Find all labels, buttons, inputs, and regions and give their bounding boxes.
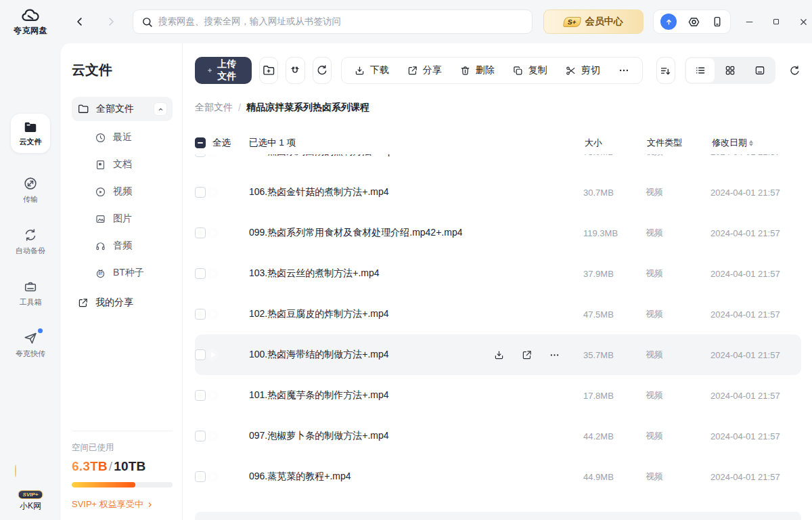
breadcrumb-current: 精品凉拌菜系列热卤系列课程: [246, 102, 369, 114]
maximize-icon[interactable]: [767, 13, 785, 30]
column-date[interactable]: 修改日期: [712, 137, 801, 149]
file-name[interactable]: 099.热卤系列常用食材及食材处理介绍.mp42+.mp4: [249, 227, 462, 239]
view-toggle-group: [685, 57, 775, 84]
row-checkbox[interactable]: [195, 187, 206, 198]
sidebar-item-label: 音频: [113, 240, 132, 252]
file-type: 视频: [646, 154, 710, 158]
sync-button[interactable]: [313, 57, 332, 84]
sidebar-item-all-files[interactable]: 全部文件: [72, 97, 173, 121]
file-date: 2024-04-01 21:57: [710, 309, 800, 320]
file-name[interactable]: 102.热卤豆腐皮的炸制方法+.mp4: [249, 308, 389, 320]
more-actions-icon[interactable]: [618, 64, 630, 77]
file-row[interactable]: 097.泡椒萝卜条的制做方法+.mp4 44.2MB 视频 2024-04-01…: [195, 416, 801, 456]
file-row[interactable]: 099.热卤系列常用食材及食材处理介绍.mp42+.mp4 119.3MB 视频…: [195, 213, 801, 253]
preview-view-button[interactable]: [746, 58, 774, 83]
list-view-button[interactable]: [686, 58, 715, 83]
sidebar-item-audio[interactable]: 音频: [72, 232, 173, 259]
sidebar-item-images[interactable]: 图片: [72, 205, 173, 232]
vip-center-button[interactable]: S+ 会员中心: [543, 9, 644, 34]
file-name[interactable]: 105.热卤系列菌汤的熬制方法+.mp4: [249, 154, 399, 158]
user-profile[interactable]: SVIP+ 小K网: [15, 465, 46, 512]
delete-button[interactable]: 删除: [459, 64, 495, 77]
refresh-list-button[interactable]: [788, 60, 801, 81]
select-all-checkbox[interactable]: [195, 137, 206, 148]
row-share-icon[interactable]: [521, 349, 533, 361]
minimize-icon[interactable]: [740, 13, 758, 30]
row-checkbox[interactable]: [195, 228, 206, 238]
rail-item-transfer[interactable]: 传输: [23, 176, 38, 204]
row-checkbox[interactable]: [195, 471, 206, 482]
row-download-icon[interactable]: [493, 349, 505, 361]
file-size: 119.3MB: [583, 228, 646, 238]
column-size[interactable]: 大小: [585, 137, 647, 149]
app-logo: 夸克网盘: [0, 7, 61, 37]
svip-benefits-link[interactable]: SVIP+ 权益享受中: [72, 498, 173, 511]
sidebar-item-videos[interactable]: 视频: [72, 178, 173, 205]
sidebar-title: 云文件: [72, 61, 173, 79]
file-list: 105.热卤系列菌汤的熬制方法+.mp4 75.0MB 视频 2024-04-0…: [195, 154, 801, 506]
main-panel: 上传文件 下载 分享: [183, 43, 812, 520]
rail-item-toolbox[interactable]: 工具箱: [20, 279, 42, 307]
file-name[interactable]: 103.热卤云丝的煮制方法+.mp4: [249, 267, 380, 280]
row-more-icon[interactable]: [549, 349, 560, 361]
download-button[interactable]: 下载: [354, 64, 389, 77]
search-placeholder: 搜索网盘、搜索全网，输入网址或从书签访问: [158, 16, 341, 28]
sync-icon: [23, 228, 38, 242]
file-row[interactable]: 102.热卤豆腐皮的炸制方法+.mp4 47.5MB 视频 2024-04-01…: [195, 294, 801, 334]
sidebar-item-my-shares[interactable]: 我的分享: [72, 290, 173, 315]
upload-progress-icon[interactable]: [660, 14, 677, 30]
forward-icon: [102, 12, 120, 31]
file-name[interactable]: 106.热卤金针菇的煮制方法+.mp4: [249, 186, 389, 198]
sort-button[interactable]: [656, 57, 675, 84]
share-button[interactable]: 分享: [407, 64, 442, 77]
row-checkbox[interactable]: [195, 431, 206, 441]
file-type: 视频: [646, 471, 710, 483]
grid-view-button[interactable]: [716, 58, 744, 83]
file-row[interactable]: 100.热卤海带结的制做方法+.mp4 35.7MB 视频 2024-04-01…: [195, 334, 801, 375]
app-name: 夸克网盘: [14, 25, 47, 37]
offline-download-button[interactable]: [286, 57, 304, 84]
file-name[interactable]: 096.蒸苋菜的教程+.mp4: [249, 471, 351, 483]
bt-seed-icon: BT: [95, 267, 106, 279]
row-checkbox[interactable]: [195, 349, 206, 360]
sidebar-item-label: 全部文件: [96, 103, 134, 115]
file-row[interactable]: 103.热卤云丝的煮制方法+.mp4 37.9MB 视频 2024-04-01 …: [195, 253, 801, 294]
avatar[interactable]: [15, 464, 16, 477]
cut-button[interactable]: 剪切: [565, 64, 600, 77]
row-checkbox[interactable]: [195, 268, 206, 279]
row-checkbox[interactable]: [195, 390, 206, 401]
new-folder-button[interactable]: [259, 57, 278, 84]
sidebar-item-documents[interactable]: 文档: [72, 151, 173, 178]
upload-file-button[interactable]: 上传文件: [195, 57, 252, 84]
row-checkbox[interactable]: [195, 154, 206, 157]
sort-icon: [659, 64, 672, 77]
breadcrumb-root[interactable]: 全部文件: [195, 102, 233, 114]
play-overlay-icon: [206, 430, 219, 442]
close-icon[interactable]: [794, 13, 812, 30]
row-checkbox[interactable]: [195, 309, 206, 320]
search-input[interactable]: 搜索网盘、搜索全网，输入网址或从书签访问: [133, 9, 533, 34]
file-name[interactable]: 097.泡椒萝卜条的制做方法+.mp4: [249, 430, 389, 442]
file-row[interactable]: 105.热卤系列菌汤的熬制方法+.mp4 75.0MB 视频 2024-04-0…: [195, 154, 801, 172]
file-row[interactable]: 106.热卤金针菇的煮制方法+.mp4 30.7MB 视频 2024-04-01…: [195, 172, 801, 213]
sidebar-item-label: 我的分享: [95, 297, 133, 309]
sidebar-item-bt-seeds[interactable]: BT BT种子: [72, 259, 173, 286]
column-type[interactable]: 文件类型: [647, 137, 712, 149]
file-row[interactable]: 101.热卤魔芋条的制作方法+.mp4 17.8MB 视频 2024-04-01…: [195, 375, 801, 416]
settings-gear-icon[interactable]: [687, 16, 700, 28]
transfer-icon: [23, 176, 38, 191]
file-name[interactable]: 101.热卤魔芋条的制作方法+.mp4: [249, 389, 389, 402]
rail-item-cloud-files[interactable]: 云文件: [11, 114, 50, 153]
file-row[interactable]: 096.蒸苋菜的教程+.mp4 44.9MB 视频 2024-04-01 21:…: [195, 456, 801, 497]
play-overlay-icon: [206, 267, 219, 280]
vip-center-label: 会员中心: [585, 16, 623, 28]
copy-button[interactable]: 复制: [512, 64, 547, 77]
rail-item-auto-backup[interactable]: 自动备份: [16, 228, 45, 256]
rail-item-quark-send[interactable]: 夸克快传: [16, 330, 45, 359]
play-overlay-icon: [206, 308, 219, 320]
back-icon[interactable]: [70, 12, 89, 31]
collapse-chevron-icon[interactable]: [154, 102, 167, 116]
sidebar-item-recent[interactable]: 最近: [72, 124, 173, 151]
file-name[interactable]: 100.热卤海带结的制做方法+.mp4: [249, 349, 389, 361]
phone-icon[interactable]: [711, 16, 723, 28]
